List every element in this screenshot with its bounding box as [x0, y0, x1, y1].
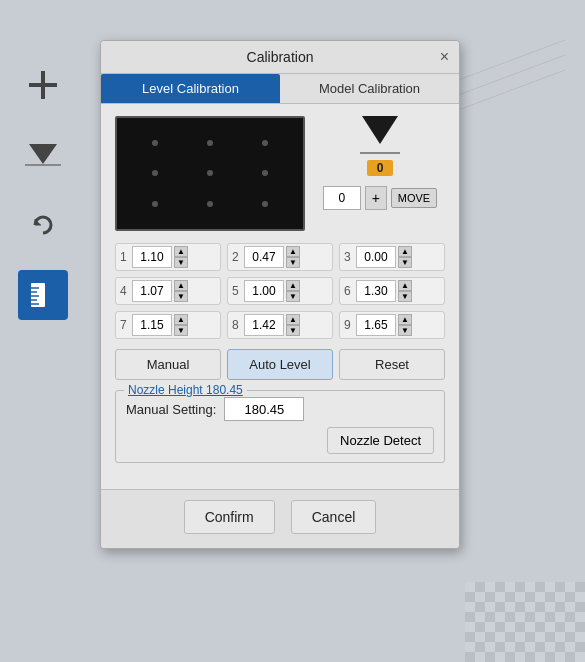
cell-input-3[interactable] — [356, 246, 396, 268]
manual-setting-label: Manual Setting: — [126, 402, 216, 417]
cell-up-5[interactable]: ▲ — [286, 280, 300, 291]
dialog-footer: Confirm Cancel — [101, 489, 459, 548]
value-grid: 1 ▲ ▼ 2 ▲ ▼ 3 ▲ ▼ 4 ▲ ▼ — [115, 243, 445, 339]
auto-level-button[interactable]: Auto Level — [227, 349, 333, 380]
nozzle-detect-button[interactable]: Nozzle Detect — [327, 427, 434, 454]
value-cell-8: 8 ▲ ▼ — [227, 311, 333, 339]
cell-arrows-1: ▲ ▼ — [174, 246, 188, 268]
cell-down-8[interactable]: ▼ — [286, 325, 300, 336]
cell-up-1[interactable]: ▲ — [174, 246, 188, 257]
left-toolbar — [0, 0, 85, 662]
cancel-button[interactable]: Cancel — [291, 500, 377, 534]
checkerboard-bg — [465, 582, 585, 662]
cell-index-5: 5 — [232, 284, 242, 298]
move-plus-button[interactable]: + — [365, 186, 387, 210]
cell-index-2: 2 — [232, 250, 242, 264]
grid-dot-4 — [127, 158, 182, 188]
calibration-grid — [115, 116, 305, 231]
nozzle-button[interactable] — [18, 130, 68, 180]
cell-up-4[interactable]: ▲ — [174, 280, 188, 291]
undo-button[interactable] — [18, 200, 68, 250]
cell-input-1[interactable] — [132, 246, 172, 268]
svg-rect-7 — [29, 83, 57, 87]
tab-level-calibration[interactable]: Level Calibration — [101, 74, 280, 103]
cell-arrows-7: ▲ ▼ — [174, 314, 188, 336]
cell-arrows-3: ▲ ▼ — [398, 246, 412, 268]
nozzle-height-legend: Nozzle Height 180.45 — [124, 383, 247, 397]
grid-dots — [117, 118, 303, 229]
grid-dot-2 — [182, 128, 237, 158]
grid-dot-7 — [127, 189, 182, 219]
cell-index-7: 7 — [120, 318, 130, 332]
action-buttons: Manual Auto Level Reset — [115, 349, 445, 380]
top-section: 0 + MOVE — [115, 116, 445, 231]
cell-index-4: 4 — [120, 284, 130, 298]
value-cell-1: 1 ▲ ▼ — [115, 243, 221, 271]
manual-setting-input[interactable] — [224, 397, 304, 421]
cell-arrows-8: ▲ ▼ — [286, 314, 300, 336]
cell-arrows-2: ▲ ▼ — [286, 246, 300, 268]
cell-up-8[interactable]: ▲ — [286, 314, 300, 325]
manual-button[interactable]: Manual — [115, 349, 221, 380]
bg-3d-lines — [445, 40, 565, 130]
ruler-button[interactable] — [18, 270, 68, 320]
move-button[interactable]: MOVE — [391, 188, 437, 208]
confirm-button[interactable]: Confirm — [184, 500, 275, 534]
cell-arrows-4: ▲ ▼ — [174, 280, 188, 302]
cell-down-2[interactable]: ▼ — [286, 257, 300, 268]
add-button[interactable] — [18, 60, 68, 110]
cell-down-3[interactable]: ▼ — [398, 257, 412, 268]
cell-down-7[interactable]: ▼ — [174, 325, 188, 336]
value-cell-4: 4 ▲ ▼ — [115, 277, 221, 305]
cell-up-2[interactable]: ▲ — [286, 246, 300, 257]
reset-button[interactable]: Reset — [339, 349, 445, 380]
dialog-titlebar: Calibration × — [101, 41, 459, 74]
grid-dot-3 — [238, 128, 293, 158]
cell-up-6[interactable]: ▲ — [398, 280, 412, 291]
cell-arrows-6: ▲ ▼ — [398, 280, 412, 302]
cell-up-3[interactable]: ▲ — [398, 246, 412, 257]
grid-dot-1 — [127, 128, 182, 158]
cell-input-6[interactable] — [356, 280, 396, 302]
value-cell-3: 3 ▲ ▼ — [339, 243, 445, 271]
grid-dot-6 — [238, 158, 293, 188]
cell-arrows-5: ▲ ▼ — [286, 280, 300, 302]
cell-up-9[interactable]: ▲ — [398, 314, 412, 325]
cell-index-1: 1 — [120, 250, 130, 264]
cell-down-6[interactable]: ▼ — [398, 291, 412, 302]
cell-up-7[interactable]: ▲ — [174, 314, 188, 325]
nozzle-shape-icon — [362, 116, 398, 144]
cell-index-8: 8 — [232, 318, 242, 332]
move-value-input[interactable] — [323, 186, 361, 210]
nozzle-z-value: 0 — [367, 160, 394, 176]
dialog-title: Calibration — [247, 49, 314, 65]
grid-dot-5 — [182, 158, 237, 188]
cell-index-9: 9 — [344, 318, 354, 332]
tab-bar: Level Calibration Model Calibration — [101, 74, 459, 104]
cell-input-2[interactable] — [244, 246, 284, 268]
cell-input-4[interactable] — [132, 280, 172, 302]
cell-input-9[interactable] — [356, 314, 396, 336]
dialog-body: 0 + MOVE 1 ▲ ▼ 2 ▲ ▼ — [101, 104, 459, 489]
cell-down-1[interactable]: ▼ — [174, 257, 188, 268]
cell-input-5[interactable] — [244, 280, 284, 302]
nozzle-height-row: Manual Setting: — [126, 397, 434, 421]
value-cell-9: 9 ▲ ▼ — [339, 311, 445, 339]
cell-down-9[interactable]: ▼ — [398, 325, 412, 336]
nozzle-panel: 0 + MOVE — [315, 116, 445, 210]
nozzle-detect-row: Nozzle Detect — [126, 427, 434, 454]
tab-model-calibration[interactable]: Model Calibration — [280, 74, 459, 103]
cell-arrows-9: ▲ ▼ — [398, 314, 412, 336]
value-cell-7: 7 ▲ ▼ — [115, 311, 221, 339]
grid-dot-8 — [182, 189, 237, 219]
grid-dot-9 — [238, 189, 293, 219]
close-button[interactable]: × — [440, 48, 449, 66]
cell-input-7[interactable] — [132, 314, 172, 336]
nozzle-height-section: Nozzle Height 180.45 Manual Setting: Noz… — [115, 390, 445, 463]
nozzle-height-value-link[interactable]: 180.45 — [206, 383, 243, 397]
nozzle-height-legend-prefix: Nozzle Height — [128, 383, 206, 397]
cell-down-5[interactable]: ▼ — [286, 291, 300, 302]
value-cell-2: 2 ▲ ▼ — [227, 243, 333, 271]
cell-down-4[interactable]: ▼ — [174, 291, 188, 302]
cell-input-8[interactable] — [244, 314, 284, 336]
